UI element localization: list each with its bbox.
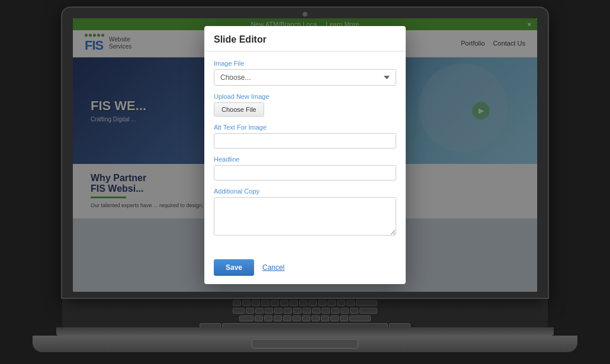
upload-label: Upload New Image: [214, 93, 396, 100]
keyboard: [74, 300, 536, 325]
key: [290, 300, 298, 306]
modal-title: Slide Editor: [214, 34, 267, 44]
laptop: New ATM/Branch Loca... Learn More ×: [33, 8, 577, 357]
key: [312, 315, 320, 321]
laptop-hinge: [56, 327, 554, 336]
key: [274, 308, 282, 314]
laptop-base: [33, 336, 577, 352]
additional-copy-label: Additional Copy: [214, 188, 396, 195]
save-button[interactable]: Save: [214, 259, 254, 276]
key: [261, 300, 269, 306]
cancel-button[interactable]: Cancel: [260, 259, 287, 276]
additional-copy-textarea[interactable]: [214, 197, 396, 236]
key: [302, 315, 310, 321]
key: [246, 308, 254, 314]
key: [318, 300, 326, 306]
key: [312, 308, 320, 314]
laptop-screen: New ATM/Branch Loca... Learn More ×: [73, 18, 537, 292]
keyboard-area: [62, 298, 548, 327]
modal-overlay: Slide Editor Image File Choose... slide1…: [73, 18, 537, 292]
key: [233, 300, 241, 306]
trackpad[interactable]: [252, 339, 358, 349]
key: [322, 308, 330, 314]
headline-input[interactable]: [214, 165, 396, 181]
headline-label: Headline: [214, 156, 396, 163]
key: [340, 315, 348, 321]
key: [330, 315, 339, 321]
key: [346, 300, 355, 306]
key: [331, 308, 339, 314]
additional-copy-group: Additional Copy: [214, 188, 396, 238]
key: [303, 308, 311, 314]
key: [293, 315, 301, 321]
laptop-bezel: New ATM/Branch Loca... Learn More ×: [62, 8, 548, 298]
modal-body: Image File Choose... slide1.jpg slide2.j…: [204, 51, 406, 253]
alt-text-input[interactable]: [214, 133, 396, 149]
key: [299, 300, 307, 306]
key: [356, 300, 377, 306]
key-row-1: [74, 300, 536, 306]
laptop-camera: [303, 12, 307, 17]
key-row-2: [74, 308, 536, 314]
upload-image-group: Upload New Image Choose File: [214, 93, 396, 117]
key: [242, 300, 251, 306]
key: [271, 300, 279, 306]
key: [280, 300, 288, 306]
key: [328, 300, 336, 306]
key: [239, 315, 253, 321]
headline-group: Headline: [214, 156, 396, 181]
key: [255, 308, 264, 314]
image-file-label: Image File: [214, 60, 396, 67]
modal-header: Slide Editor: [204, 26, 406, 51]
key: [274, 315, 282, 321]
key: [309, 300, 317, 306]
modal-footer: Save Cancel: [204, 253, 406, 284]
image-file-group: Image File Choose... slide1.jpg slide2.j…: [214, 60, 396, 86]
key: [341, 308, 349, 314]
key: [337, 300, 345, 306]
key: [359, 308, 377, 314]
key: [252, 300, 260, 306]
key: [321, 315, 329, 321]
key: [265, 308, 273, 314]
key: [283, 315, 291, 321]
key: [233, 308, 245, 314]
key: [284, 308, 292, 314]
key-row-3: [74, 315, 536, 321]
key: [264, 315, 272, 321]
choose-file-button[interactable]: Choose File: [214, 102, 264, 117]
key: [350, 308, 358, 314]
key: [255, 315, 263, 321]
alt-text-label: Alt Text For Image: [214, 124, 396, 131]
alt-text-group: Alt Text For Image: [214, 124, 396, 149]
image-file-select[interactable]: Choose... slide1.jpg slide2.jpg slide3.j…: [214, 69, 396, 86]
key: [349, 315, 371, 321]
slide-editor-modal: Slide Editor Image File Choose... slide1…: [204, 26, 406, 284]
key: [293, 308, 301, 314]
